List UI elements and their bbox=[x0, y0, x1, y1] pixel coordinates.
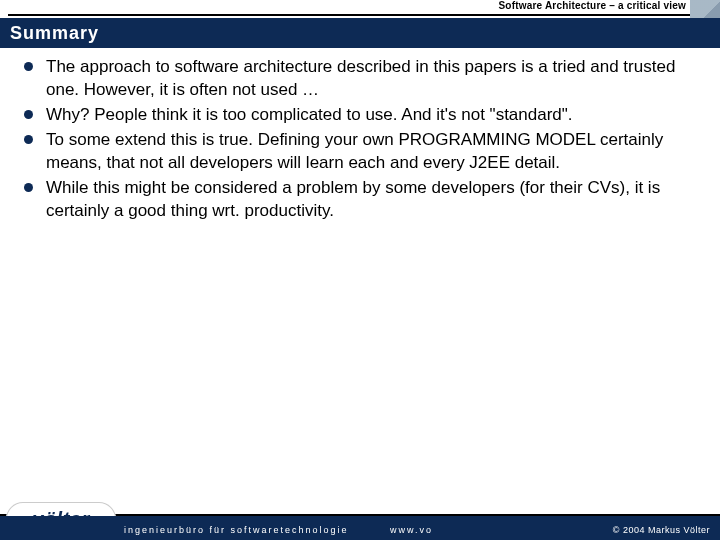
top-bar: Software Architecture – a critical view bbox=[0, 0, 720, 18]
list-item: The approach to software architecture de… bbox=[22, 56, 698, 102]
bullet-list: The approach to software architecture de… bbox=[22, 56, 698, 223]
footer-tagline: ingenieurbüro für softwaretechnologie bbox=[124, 525, 349, 535]
title-band: Summary bbox=[0, 18, 720, 48]
footer-bar: ingenieurbüro für softwaretechnologie ww… bbox=[0, 516, 720, 540]
slide-body: The approach to software architecture de… bbox=[22, 56, 698, 225]
list-item: Why? People think it is too complicated … bbox=[22, 104, 698, 127]
slide: Software Architecture – a critical view … bbox=[0, 0, 720, 540]
slide-title: Summary bbox=[10, 23, 99, 44]
list-item: To some extend this is true. Defining yo… bbox=[22, 129, 698, 175]
footer-url: www.vo bbox=[390, 525, 433, 535]
list-item: While this might be considered a problem… bbox=[22, 177, 698, 223]
document-title: Software Architecture – a critical view bbox=[498, 0, 686, 11]
footer-copyright: © 2004 Markus Völter bbox=[613, 525, 710, 535]
top-rule bbox=[8, 14, 690, 16]
